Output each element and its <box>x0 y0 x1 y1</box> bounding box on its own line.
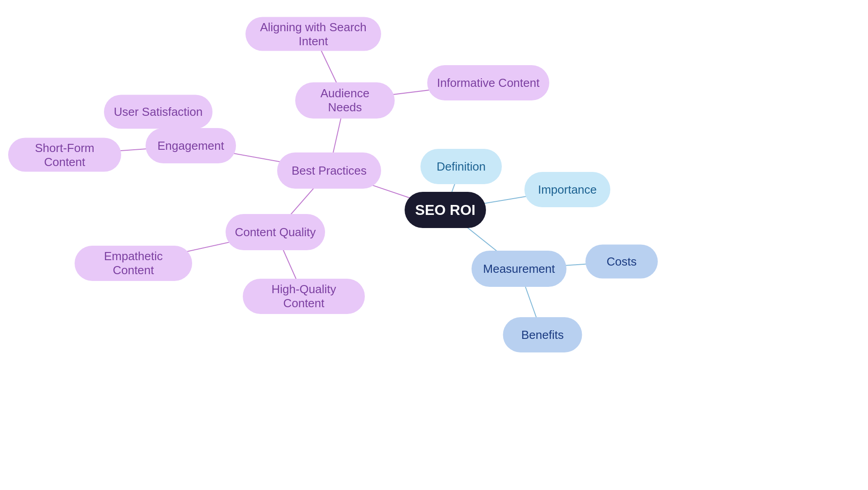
node-empathetic[interactable]: Empathetic Content <box>75 246 192 281</box>
node-importance[interactable]: Importance <box>524 172 610 207</box>
node-measurement[interactable]: Measurement <box>472 251 566 287</box>
node-costs[interactable]: Costs <box>585 245 658 279</box>
node-definition[interactable]: Definition <box>420 149 502 184</box>
node-audienceNeeds[interactable]: Audience Needs <box>295 82 395 119</box>
node-center[interactable]: SEO ROI <box>405 192 486 228</box>
node-userSatisfaction[interactable]: User Satisfaction <box>104 95 212 129</box>
node-contentQuality[interactable]: Content Quality <box>226 214 325 250</box>
mindmap-container: SEO ROIBest PracticesAudience NeedsAlign… <box>0 0 868 490</box>
node-shortForm[interactable]: Short-Form Content <box>8 138 121 172</box>
node-informative[interactable]: Informative Content <box>427 65 549 100</box>
node-benefits[interactable]: Benefits <box>503 317 582 352</box>
node-aligningSearch[interactable]: Aligning with Search Intent <box>245 17 381 51</box>
node-highQuality[interactable]: High-Quality Content <box>243 279 365 314</box>
node-bestPractices[interactable]: Best Practices <box>277 152 381 189</box>
node-engagement[interactable]: Engagement <box>146 128 236 163</box>
